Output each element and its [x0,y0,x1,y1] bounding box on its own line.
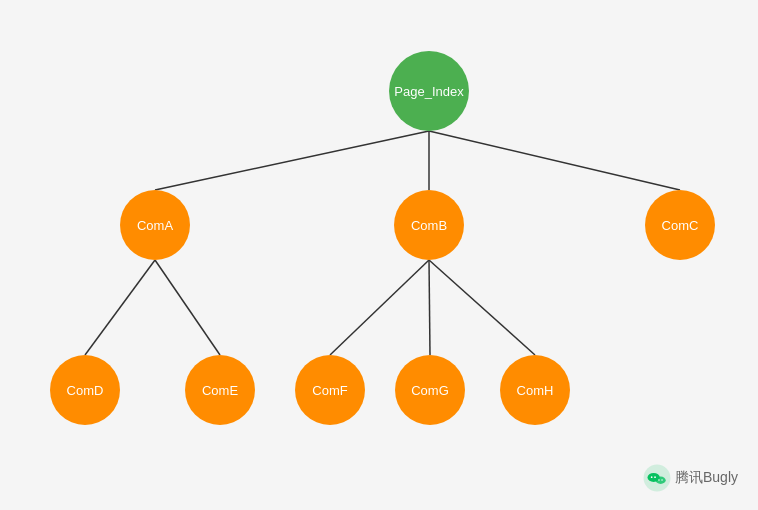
svg-point-10 [651,476,653,478]
node-comE[interactable]: ComE [185,355,255,425]
node-comG[interactable]: ComG [395,355,465,425]
watermark: 腾讯Bugly [643,464,738,492]
node-comH[interactable]: ComH [500,355,570,425]
node-page-index[interactable]: Page_Index [389,51,469,131]
svg-point-13 [658,479,659,480]
watermark-text: 腾讯Bugly [675,469,738,487]
svg-point-12 [656,477,666,484]
node-comC[interactable]: ComC [645,190,715,260]
svg-line-3 [85,260,155,355]
svg-point-14 [661,479,662,480]
svg-line-6 [429,260,430,355]
svg-line-7 [429,260,535,355]
node-comF[interactable]: ComF [295,355,365,425]
node-comD[interactable]: ComD [50,355,120,425]
wechat-icon [643,464,671,492]
node-comB[interactable]: ComB [394,190,464,260]
svg-line-0 [155,131,429,190]
svg-line-4 [155,260,220,355]
node-comA[interactable]: ComA [120,190,190,260]
svg-point-11 [654,476,656,478]
svg-line-2 [429,131,680,190]
svg-line-5 [330,260,429,355]
